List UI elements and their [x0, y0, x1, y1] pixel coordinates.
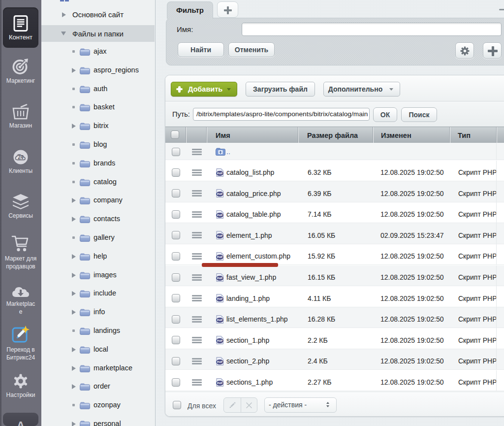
svg-text:PHP: PHP — [217, 193, 223, 196]
svg-text:PHP: PHP — [217, 277, 223, 280]
svg-text:PHP: PHP — [217, 234, 223, 237]
svg-text:PHP: PHP — [217, 382, 223, 385]
svg-text:PHP: PHP — [217, 319, 223, 322]
svg-text:PHP: PHP — [217, 256, 223, 259]
svg-text:PHP: PHP — [217, 360, 223, 363]
svg-text:PHP: PHP — [217, 172, 223, 175]
svg-text:24: 24 — [18, 155, 24, 160]
svg-text:PHP: PHP — [217, 297, 223, 300]
svg-text:PHP: PHP — [217, 339, 223, 342]
svg-text:PHP: PHP — [217, 214, 223, 217]
